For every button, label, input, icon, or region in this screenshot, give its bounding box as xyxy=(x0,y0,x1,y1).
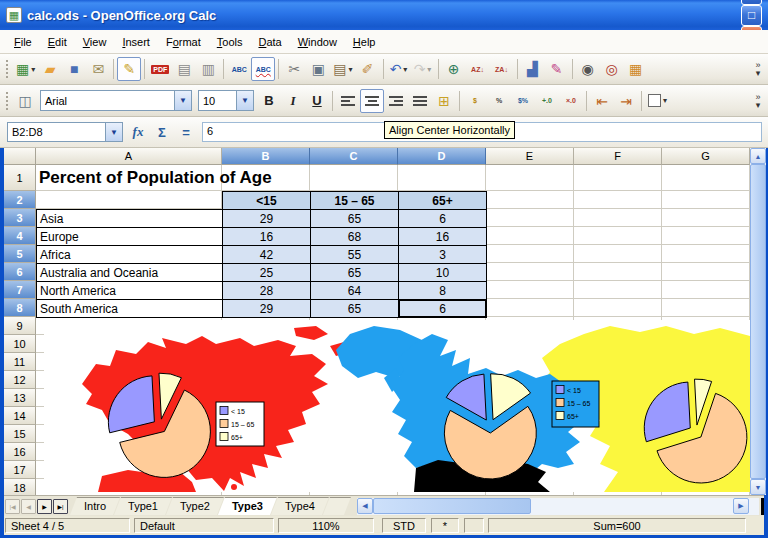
sort-ascending-button[interactable]: AZ↓ xyxy=(466,57,490,81)
navigator-button[interactable]: ◎ xyxy=(600,57,624,81)
font-name-dropdown-icon[interactable]: ▼ xyxy=(174,91,191,110)
minimize-button[interactable]: _ xyxy=(741,0,762,5)
sheet-tab-intro[interactable]: Intro xyxy=(70,497,120,515)
value-cell[interactable]: 29 xyxy=(223,300,311,318)
justify-button[interactable] xyxy=(408,89,432,113)
font-name-combo[interactable]: Arial▼ xyxy=(40,90,192,111)
value-cell[interactable]: 28 xyxy=(223,282,311,300)
column-header-E[interactable]: E xyxy=(486,148,574,165)
region-label-cell[interactable]: North America xyxy=(37,282,223,300)
row-header-15[interactable]: 15 xyxy=(4,425,36,443)
italic-button[interactable]: I xyxy=(281,89,305,113)
show-draw-functions-button[interactable]: ✎ xyxy=(545,57,569,81)
cut-button[interactable]: ✂ xyxy=(282,57,306,81)
borders-button[interactable]: ▾ xyxy=(645,89,670,113)
standard-format-button[interactable]: $% xyxy=(511,89,535,113)
toolbar-grip[interactable] xyxy=(5,91,10,111)
value-cell[interactable]: 64 xyxy=(311,282,399,300)
currency-format-button[interactable]: $ xyxy=(463,89,487,113)
hyperlink-button[interactable]: ⊕ xyxy=(442,57,466,81)
toolbar-overflow-button[interactable]: »▾ xyxy=(750,93,766,109)
column-header-D[interactable]: D xyxy=(398,148,486,165)
value-cell[interactable]: 55 xyxy=(311,246,399,264)
save-button[interactable]: ■ xyxy=(62,57,86,81)
merge-cells-button[interactable]: ⊞ xyxy=(432,89,456,113)
row-header-13[interactable]: 13 xyxy=(4,389,36,407)
align-left-button[interactable] xyxy=(336,89,360,113)
row-headers[interactable]: 123456789101112131415161718 xyxy=(4,165,36,495)
dropdown-icon[interactable]: ▾ xyxy=(663,96,667,105)
scroll-down-icon[interactable]: ▼ xyxy=(750,479,766,495)
paste-button[interactable]: ▤▾ xyxy=(330,57,355,81)
region-label-cell[interactable]: Asia xyxy=(37,210,223,228)
column-header-A[interactable]: A xyxy=(36,148,222,165)
cell-grid[interactable]: <1515 – 6565+Asia29656Europe166816Africa… xyxy=(36,165,750,495)
row-header-11[interactable]: 11 xyxy=(4,353,36,371)
title-bar[interactable]: ▦ calc.ods - OpenOffice.org Calc _□× xyxy=(0,0,768,30)
column-headers[interactable]: ABCDEFG xyxy=(36,148,750,165)
region-label-cell[interactable]: Europe xyxy=(37,228,223,246)
column-header-B[interactable]: B xyxy=(222,148,310,165)
menu-file[interactable]: File xyxy=(6,33,40,51)
value-cell[interactable]: 68 xyxy=(311,228,399,246)
find-replace-button[interactable]: ◉ xyxy=(576,57,600,81)
value-cell[interactable]: 42 xyxy=(223,246,311,264)
menu-data[interactable]: Data xyxy=(250,33,289,51)
row-header-17[interactable]: 17 xyxy=(4,461,36,479)
row-header-9[interactable]: 9 xyxy=(4,317,36,335)
value-cell[interactable]: 65 xyxy=(311,210,399,228)
value-cell[interactable]: 16 xyxy=(399,228,487,246)
column-header-F[interactable]: F xyxy=(574,148,662,165)
scroll-up-icon[interactable]: ▲ xyxy=(750,148,766,164)
auto-spellcheck-button[interactable]: ABC xyxy=(251,57,275,81)
split-handle[interactable] xyxy=(761,498,764,515)
row-header-12[interactable]: 12 xyxy=(4,371,36,389)
region-label-cell[interactable]: South America xyxy=(37,300,223,318)
status-sum[interactable]: Sum=600 xyxy=(488,518,746,533)
dropdown-icon[interactable]: ▾ xyxy=(31,65,35,74)
menu-view[interactable]: View xyxy=(75,33,115,51)
status-zoom[interactable]: 110% xyxy=(278,518,374,533)
sum-button[interactable]: Σ xyxy=(150,125,174,140)
region-label-cell[interactable]: Australia and Oceania xyxy=(37,264,223,282)
menu-insert[interactable]: Insert xyxy=(114,33,158,51)
row-header-18[interactable]: 18 xyxy=(4,479,36,495)
formula-button[interactable]: = xyxy=(174,125,198,140)
menu-format[interactable]: Format xyxy=(158,33,209,51)
menu-tools[interactable]: Tools xyxy=(209,33,251,51)
maximize-button[interactable]: □ xyxy=(741,5,762,26)
delete-decimal-button[interactable]: ×.0 xyxy=(559,89,583,113)
status-selection-mode[interactable]: STD xyxy=(382,518,426,533)
column-header-G[interactable]: G xyxy=(662,148,750,165)
status-page-style[interactable]: Default xyxy=(134,518,274,533)
add-decimal-button[interactable]: +.0 xyxy=(535,89,559,113)
column-header-C[interactable]: C xyxy=(310,148,398,165)
toolbar-overflow-button[interactable]: »▾ xyxy=(750,61,766,77)
percent-format-button[interactable]: % xyxy=(487,89,511,113)
font-size-combo[interactable]: 10▼ xyxy=(198,90,254,111)
row-header-1[interactable]: 1 xyxy=(4,165,36,191)
font-size-dropdown-icon[interactable]: ▼ xyxy=(236,91,253,110)
insert-chart-button[interactable]: ▟ xyxy=(521,57,545,81)
row-header-7[interactable]: 7 xyxy=(4,281,36,299)
edit-file-button[interactable]: ✎ xyxy=(117,57,141,81)
scroll-left-icon[interactable]: ◀ xyxy=(357,498,373,514)
page-preview-button[interactable]: ▥ xyxy=(196,57,220,81)
align-right-button[interactable] xyxy=(384,89,408,113)
region-label-cell[interactable]: Africa xyxy=(37,246,223,264)
value-cell[interactable]: 16 xyxy=(223,228,311,246)
new-document-button[interactable]: ▦▾ xyxy=(13,57,38,81)
function-wizard-button[interactable]: fx xyxy=(126,124,150,140)
bold-button[interactable]: B xyxy=(257,89,281,113)
row-header-16[interactable]: 16 xyxy=(4,443,36,461)
select-all-corner[interactable] xyxy=(4,148,36,165)
export-pdf-button[interactable]: PDF xyxy=(148,57,172,81)
scroll-right-icon[interactable]: ▶ xyxy=(733,498,749,514)
toolbar-grip[interactable] xyxy=(5,59,10,79)
spellcheck-button[interactable]: ABC xyxy=(227,57,251,81)
horizontal-scrollbar[interactable]: ◀ ▶ xyxy=(357,498,759,515)
sheet-tab-type1[interactable]: Type1 xyxy=(114,497,172,515)
vertical-scroll-thumb[interactable] xyxy=(750,164,766,479)
align-center-button[interactable] xyxy=(360,89,384,113)
active-cell-D8[interactable] xyxy=(398,299,487,318)
